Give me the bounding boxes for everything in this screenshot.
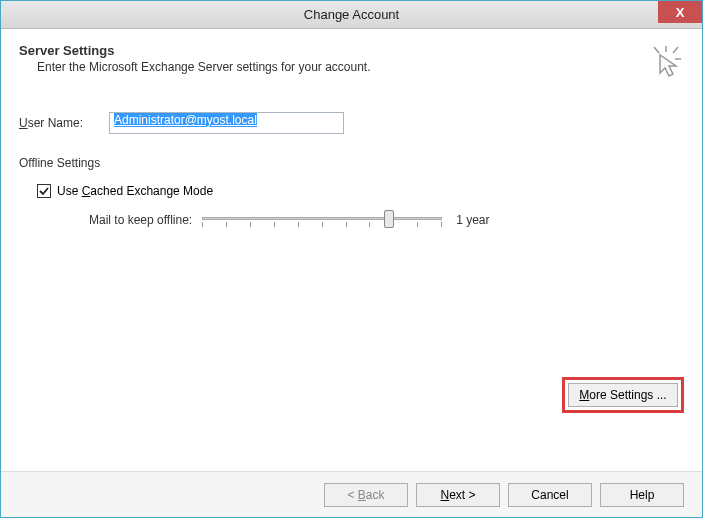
slider-ticks [202,222,442,228]
username-row: User Name: Administrator@myost.local [19,112,684,134]
slider-track [202,217,442,220]
cancel-button[interactable]: Cancel [508,483,592,507]
form-area: User Name: Administrator@myost.local Off… [19,112,684,232]
checkmark-icon [39,186,49,196]
back-button: < Back [324,483,408,507]
svg-line-1 [673,47,678,53]
page-header: Server Settings Enter the Microsoft Exch… [19,43,684,82]
slider-thumb[interactable] [384,210,394,228]
header-text: Server Settings Enter the Microsoft Exch… [19,43,371,74]
more-settings-button[interactable]: More Settings ... [568,383,678,407]
wizard-button-bar: < Back Next > Cancel Help [1,471,702,517]
mail-offline-slider-row: Mail to keep offline: 1 year [89,208,684,232]
next-button[interactable]: Next > [416,483,500,507]
content-area: Server Settings Enter the Microsoft Exch… [1,29,702,471]
more-settings-highlight: More Settings ... [562,377,684,413]
username-input[interactable]: Administrator@myost.local [109,112,344,134]
slider-value: 1 year [456,213,489,227]
page-title: Server Settings [19,43,371,58]
close-icon: X [676,5,685,20]
window-title: Change Account [304,7,399,22]
change-account-window: Change Account X Server Settings Enter t… [0,0,703,518]
page-subtitle: Enter the Microsoft Exchange Server sett… [19,60,371,74]
username-label: User Name: [19,116,109,130]
help-button[interactable]: Help [600,483,684,507]
slider-label: Mail to keep offline: [89,213,192,227]
titlebar: Change Account X [1,1,702,29]
close-button[interactable]: X [658,1,702,23]
offline-settings-title: Offline Settings [19,156,684,170]
cached-mode-checkbox[interactable] [37,184,51,198]
cursor-click-icon [648,43,684,82]
mail-offline-slider[interactable] [202,208,442,232]
username-value: Administrator@myost.local [114,113,257,127]
svg-line-3 [654,47,659,53]
cached-mode-label: Use Cached Exchange Mode [57,184,213,198]
cached-mode-row: Use Cached Exchange Mode [37,184,684,198]
